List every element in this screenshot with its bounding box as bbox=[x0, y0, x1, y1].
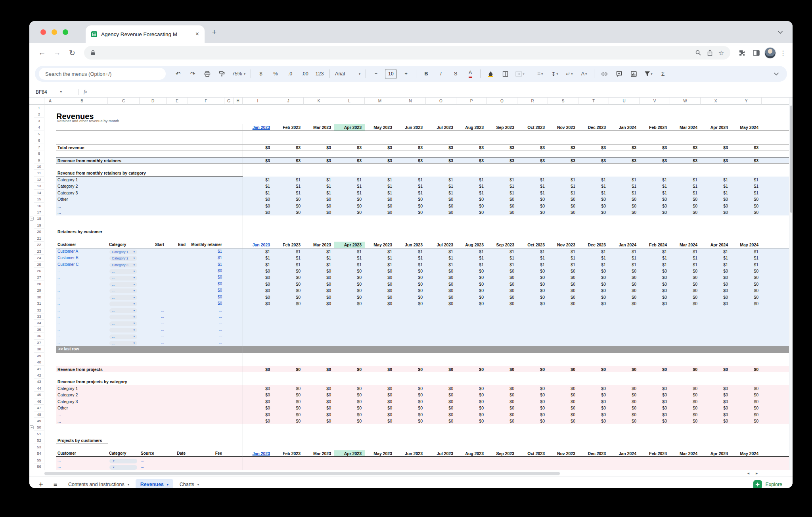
cell[interactable]: $0 bbox=[365, 274, 395, 281]
cell[interactable] bbox=[243, 320, 273, 326]
cell[interactable]: $1 bbox=[456, 261, 487, 268]
cell[interactable] bbox=[609, 340, 640, 346]
row-header[interactable]: 48 bbox=[34, 411, 44, 418]
cell[interactable]: $0 bbox=[365, 385, 395, 392]
cell[interactable] bbox=[548, 463, 578, 470]
cell[interactable]: $0 bbox=[426, 268, 456, 274]
cell[interactable]: ... bbox=[56, 457, 108, 463]
cell[interactable]: $3 bbox=[456, 144, 487, 150]
cell[interactable]: $3 bbox=[426, 144, 456, 150]
cell[interactable]: $1 bbox=[517, 177, 548, 183]
cell[interactable]: $1 bbox=[456, 248, 487, 255]
cell[interactable]: $0 bbox=[456, 287, 487, 294]
cell[interactable]: $0 bbox=[426, 294, 456, 300]
cell[interactable]: $1 bbox=[395, 183, 426, 189]
all-sheets-button[interactable]: ≡ bbox=[49, 481, 61, 488]
cell[interactable]: ... bbox=[140, 307, 167, 313]
cell[interactable]: $0 bbox=[731, 418, 762, 424]
cell[interactable]: Revenue from monthly retainers bbox=[56, 157, 243, 163]
minimize-window-button[interactable] bbox=[52, 29, 57, 35]
cell[interactable] bbox=[44, 457, 56, 463]
cell[interactable]: $0 bbox=[426, 281, 456, 287]
month-header-cell[interactable]: Apr 2024 bbox=[701, 124, 731, 131]
cell[interactable]: $0 bbox=[548, 418, 578, 424]
cell[interactable]: $0 bbox=[365, 405, 395, 411]
cell[interactable]: $0 bbox=[334, 294, 365, 300]
cell[interactable]: $0 bbox=[670, 281, 701, 287]
zoom-select[interactable]: 75% bbox=[230, 68, 248, 79]
row-header[interactable]: 51 bbox=[34, 431, 44, 437]
merge-cells-button[interactable] bbox=[513, 68, 527, 79]
month-header-cell[interactable]: Jan 2024 bbox=[609, 124, 640, 131]
cell[interactable] bbox=[44, 255, 56, 261]
cell[interactable]: $0 bbox=[701, 300, 731, 307]
cell[interactable] bbox=[762, 255, 789, 261]
cell[interactable] bbox=[365, 313, 395, 320]
print-button[interactable] bbox=[200, 68, 214, 79]
cell[interactable]: $0 bbox=[365, 300, 395, 307]
cell[interactable] bbox=[640, 463, 670, 470]
cell[interactable]: $1 bbox=[487, 183, 517, 189]
cell[interactable] bbox=[762, 450, 789, 457]
cell[interactable]: $3 bbox=[701, 144, 731, 150]
cell[interactable]: Category 3 bbox=[108, 261, 140, 268]
cell[interactable] bbox=[762, 248, 789, 255]
cell[interactable]: ... bbox=[140, 340, 167, 346]
cell[interactable]: ... bbox=[108, 287, 140, 294]
cell[interactable]: .. bbox=[56, 340, 108, 346]
cell[interactable]: $1 bbox=[304, 255, 334, 261]
cell[interactable]: $0 bbox=[273, 398, 304, 405]
cell[interactable] bbox=[578, 340, 609, 346]
cell[interactable]: $0 bbox=[273, 418, 304, 424]
cell[interactable]: $0 bbox=[273, 203, 304, 209]
row-header[interactable]: 15 bbox=[34, 196, 44, 202]
cell[interactable]: $0 bbox=[578, 385, 609, 392]
cell[interactable] bbox=[167, 281, 188, 287]
close-window-button[interactable] bbox=[40, 29, 46, 35]
cell[interactable]: $0 bbox=[456, 294, 487, 300]
cell[interactable]: $0 bbox=[188, 274, 224, 281]
cell[interactable]: $0 bbox=[731, 209, 762, 215]
cell[interactable] bbox=[167, 340, 188, 346]
row-header[interactable]: 47 bbox=[34, 405, 44, 411]
category-dropdown[interactable]: ... bbox=[109, 282, 137, 287]
cell[interactable]: $3 bbox=[578, 157, 609, 163]
cell[interactable]: Category 2 bbox=[108, 255, 140, 261]
cell[interactable]: ... bbox=[188, 333, 224, 339]
cell[interactable] bbox=[609, 327, 640, 333]
category-dropdown[interactable]: ... bbox=[109, 295, 137, 300]
cell[interactable] bbox=[224, 268, 243, 274]
cell[interactable] bbox=[762, 144, 789, 150]
month-header-cell[interactable]: Jan 2024 bbox=[609, 242, 640, 248]
cell[interactable] bbox=[548, 327, 578, 333]
month-header-cell[interactable]: Feb 2023 bbox=[273, 242, 304, 248]
cell[interactable] bbox=[701, 340, 731, 346]
cell[interactable]: $0 bbox=[548, 268, 578, 274]
cell[interactable] bbox=[273, 333, 304, 339]
cell[interactable] bbox=[456, 457, 487, 463]
cell[interactable] bbox=[426, 327, 456, 333]
cell[interactable]: $0 bbox=[487, 366, 517, 372]
cell[interactable]: $0 bbox=[670, 209, 701, 215]
cell[interactable]: $1 bbox=[670, 183, 701, 189]
cell[interactable]: ... bbox=[188, 320, 224, 326]
cell[interactable] bbox=[456, 327, 487, 333]
reload-button[interactable]: ↻ bbox=[66, 48, 79, 58]
cell[interactable]: $0 bbox=[578, 392, 609, 398]
cell[interactable]: $1 bbox=[188, 261, 224, 268]
cell[interactable]: $3 bbox=[578, 144, 609, 150]
cell[interactable] bbox=[731, 340, 762, 346]
cell[interactable] bbox=[224, 300, 243, 307]
cell[interactable]: $1 bbox=[304, 183, 334, 189]
formula-input[interactable] bbox=[87, 86, 793, 97]
category-dropdown[interactable] bbox=[109, 465, 137, 470]
cell[interactable]: $0 bbox=[731, 398, 762, 405]
cell[interactable]: $0 bbox=[578, 398, 609, 405]
cell[interactable]: Customer bbox=[56, 450, 108, 457]
cell[interactable]: $0 bbox=[243, 281, 273, 287]
cell[interactable] bbox=[243, 313, 273, 320]
cell[interactable] bbox=[456, 340, 487, 346]
cell[interactable]: Other bbox=[56, 405, 243, 411]
cell[interactable] bbox=[44, 144, 56, 150]
cell[interactable]: $0 bbox=[487, 274, 517, 281]
